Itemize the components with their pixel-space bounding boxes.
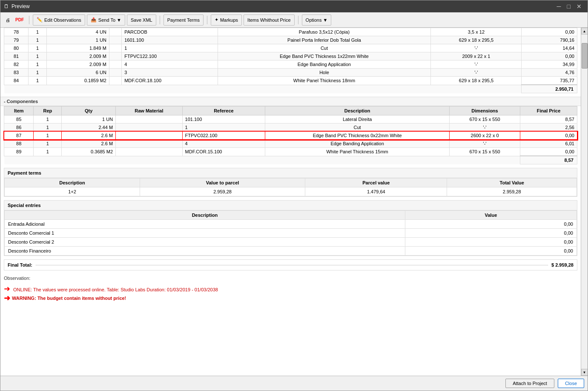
table-header-row: Item Rep Qty Raw Material Referece Descr… — [4, 106, 577, 115]
title-bar-left: 🗒 Preview — [4, 3, 30, 9]
cell-price: 34,99 — [522, 60, 577, 69]
special-value: 0,00 — [405, 247, 577, 256]
special-col-desc: Description — [5, 211, 405, 220]
edit-observations-button[interactable]: ✏️ Edit Observations — [33, 14, 85, 26]
col-dims: Dimensions — [450, 106, 520, 115]
cell-desc: White Panel Thickness 18mm — [218, 77, 431, 85]
scrollbar[interactable]: ▲ ▼ — [581, 28, 588, 376]
special-value: 0,00 — [405, 220, 577, 229]
main-content: 78 1 4 UN PARCDOB Parafuso 3,5x12 (Cópia… — [0, 28, 581, 376]
options-label: Options ▼ — [306, 17, 328, 23]
table-row: 88 1 2.6 M 4 Edge Banding Application '-… — [4, 140, 577, 148]
final-total-label: Final Total: — [8, 262, 32, 267]
cell-raw — [109, 28, 121, 36]
scrollbar-thumb[interactable] — [582, 43, 588, 69]
cell-rep: 1 — [34, 140, 62, 148]
markups-icon: ✦ — [215, 17, 218, 23]
col-raw: Raw Material — [116, 106, 183, 115]
cell-price: 2,56 — [520, 124, 577, 132]
close-button[interactable]: ✕ — [574, 2, 584, 11]
edit-observations-label: Edit Observations — [44, 17, 81, 23]
cell-price: 14,64 — [522, 44, 577, 52]
save-xml-button[interactable]: Save XML — [127, 14, 156, 26]
cell-ref: FTPVC122.100 — [122, 52, 218, 60]
payment-header-row: Description Value to parcel Parcel value… — [5, 178, 577, 187]
cell-rep: 1 — [29, 36, 47, 44]
special-row: Desconto Comercial 2 0,00 — [5, 238, 577, 247]
save-xml-label: Save XML — [131, 17, 152, 23]
payment-col-total: Total Value — [447, 178, 577, 187]
cell-qty: 0.3685 M2 — [62, 148, 116, 156]
items-without-price-label: Items Whithout Price — [247, 17, 290, 23]
title-bar: 🗒 Preview ─ □ ✕ — [0, 0, 588, 12]
payment-terms-label: Payment Terms — [167, 17, 200, 23]
cell-desc: Painel Porta Inferior Dob Total Gola — [218, 36, 431, 44]
pdf-button[interactable]: PDF — [14, 14, 26, 26]
arrow-indicator: ➜ — [4, 285, 10, 293]
table-row: 81 1 2.009 M FTPVC122.100 Edge Band PVC … — [4, 52, 577, 60]
payment-terms-title: Payment terms — [4, 168, 577, 178]
table-row: 83 1 6 UN 3 Hole '-' 4,76 — [4, 69, 577, 77]
cell-item: 82 — [4, 60, 29, 69]
subtotal-2-value: 8,57 — [520, 156, 577, 164]
cell-raw — [109, 36, 121, 44]
special-row: Desconto Financeiro 0,00 — [5, 247, 577, 256]
col-ref: Referece — [182, 106, 265, 115]
payment-col-desc: Description — [5, 178, 140, 187]
close-button-bottom[interactable]: Close — [558, 379, 584, 388]
special-value: 0,00 — [405, 238, 577, 247]
payment-table: Description Value to parcel Parcel value… — [4, 178, 577, 196]
cell-ref: FTPVC022.100 — [182, 132, 265, 140]
cell-rep: 1 — [29, 77, 47, 85]
scrollbar-up-button[interactable]: ▲ — [581, 28, 588, 34]
col-price: Final Price — [520, 106, 577, 115]
payment-col-parcel-value: Parcel value — [305, 178, 447, 187]
print-button[interactable]: 🖨 — [4, 14, 12, 26]
send-to-button[interactable]: 📤 Send To ▼ — [87, 14, 125, 26]
cell-ref: 4 — [182, 140, 265, 148]
payment-total-value: 2.959,28 — [447, 187, 577, 196]
maximize-button[interactable]: □ — [565, 2, 573, 11]
cell-price: 6,01 — [520, 140, 577, 148]
options-button[interactable]: Options ▼ — [302, 14, 332, 26]
special-desc: Desconto Financeiro — [5, 247, 405, 256]
cell-ref: 4 — [122, 60, 218, 69]
cell-desc: Edge Banding Application — [218, 60, 431, 69]
attach-label: Attach to Project — [513, 381, 547, 386]
cell-rep: 1 — [29, 52, 47, 60]
special-desc: Entrada Adicional — [5, 220, 405, 229]
table-row: 89 1 0.3685 M2 MDF.COR.15.100 White Pane… — [4, 148, 577, 156]
cell-price: 0,00 — [520, 148, 577, 156]
cell-desc: Lateral Direita — [265, 115, 450, 124]
payment-terms-button[interactable]: Payment Terms — [163, 14, 204, 26]
table-row: 82 1 2.009 M 4 Edge Banding Application … — [4, 60, 577, 69]
cell-dims: 3,5 x 12 — [431, 28, 522, 36]
cell-desc: Edge Band PVC Thickness 1x22mm White — [218, 52, 431, 60]
scrollbar-down-button[interactable]: ▼ — [581, 369, 588, 376]
subtotal-row-1: 2.950,71 — [4, 85, 577, 93]
observation-row: Observation: — [4, 274, 577, 282]
table-row: 78 1 4 UN PARCDOB Parafuso 3,5x12 (Cópia… — [4, 28, 577, 36]
cell-price: 8,57 — [520, 115, 577, 124]
special-header-row: Description Value — [5, 211, 577, 220]
separator-2 — [160, 16, 160, 24]
cell-raw — [109, 77, 121, 85]
cell-raw — [116, 140, 183, 148]
cell-dims: '-' — [431, 69, 522, 77]
cell-dims: 629 x 18 x 295,5 — [431, 36, 522, 44]
col-rep: Rep — [34, 106, 62, 115]
table-row: 79 1 1 UN 1601.100 Painel Porta Inferior… — [4, 36, 577, 44]
separator-1 — [29, 16, 29, 24]
separator-3 — [207, 16, 207, 24]
cell-dims: 2600 x 22 x 0 — [450, 132, 520, 140]
cell-item: 88 — [4, 140, 34, 148]
minimize-button[interactable]: ─ — [554, 2, 564, 11]
markups-button[interactable]: ✦ Markups — [211, 14, 242, 26]
cell-item: 83 — [4, 69, 29, 77]
cell-qty: 1 UN — [47, 36, 109, 44]
attach-to-project-button[interactable]: Attach to Project — [505, 379, 554, 388]
cell-item: 80 — [4, 44, 29, 52]
cell-raw — [116, 132, 183, 140]
items-without-price-button[interactable]: Items Whithout Price — [244, 14, 294, 26]
warning-arrow: ➜ — [4, 293, 10, 303]
